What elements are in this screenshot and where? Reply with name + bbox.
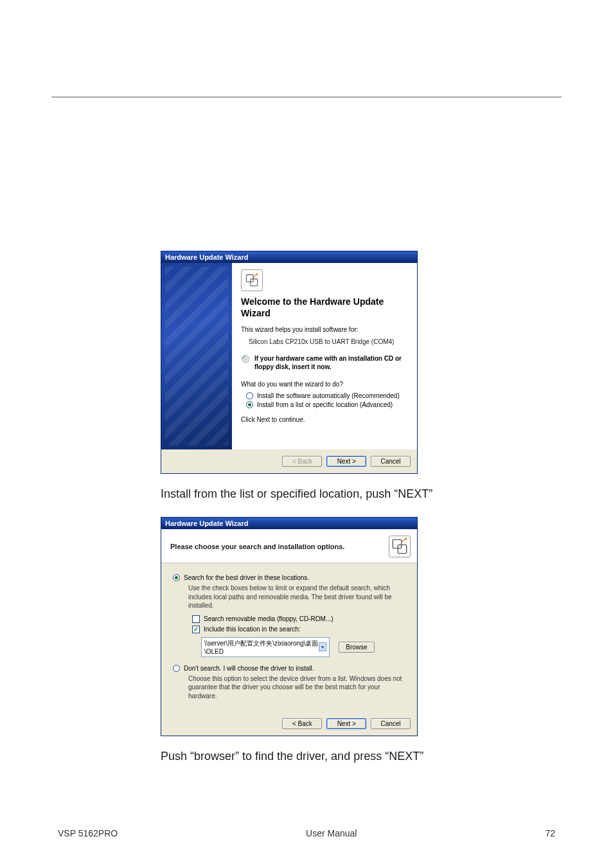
footer-doc-title: User Manual — [306, 828, 357, 838]
page-footer: VSP 5162PRO User Manual 72 — [0, 828, 613, 838]
wizard-question: What do you want the wizard to do? — [241, 380, 408, 389]
browse-button[interactable]: Browse — [339, 642, 375, 653]
continue-hint: Click Next to continue. — [241, 416, 408, 423]
wizard-heading: Welcome to the Hardware Update Wizard — [241, 296, 408, 319]
checkbox-label: Include this location in the search: — [204, 626, 301, 633]
search-description: Use the check boxes below to limit or ex… — [188, 584, 405, 610]
checkbox-icon — [192, 626, 200, 633]
wizard-side-graphic — [161, 263, 232, 449]
next-button[interactable]: Next > — [326, 456, 366, 467]
chevron-down-icon: ▾ — [319, 642, 326, 651]
wizard-welcome-window: Hardware Update Wizard Welcome to the Ha… — [161, 251, 418, 474]
radio-search-best[interactable]: Search for the best driver in these loca… — [173, 574, 405, 581]
dont-search-description: Choose this option to select the device … — [188, 674, 405, 701]
cd-hint-text: If your hardware came with an installati… — [254, 354, 408, 371]
combo-value: \\server\用户配置文件夹\zixiaorong\桌面\OLED — [204, 639, 319, 655]
radio-icon — [173, 574, 180, 581]
footer-product: VSP 5162PRO — [58, 828, 118, 838]
radio-install-auto[interactable]: Install the software automatically (Reco… — [246, 392, 408, 399]
radio-icon — [173, 665, 180, 672]
device-name: Silicon Labs CP210x USB to UART Bridge (… — [249, 338, 408, 345]
radio-label: Install the software automatically (Reco… — [257, 392, 400, 399]
window-title: Hardware Update Wizard — [161, 518, 417, 529]
back-button[interactable]: < Back — [282, 718, 322, 729]
cd-icon — [241, 354, 251, 368]
cancel-button[interactable]: Cancel — [371, 456, 411, 467]
hardware-icon — [241, 269, 263, 291]
checkbox-removable-media[interactable]: Search removable media (floppy, CD-ROM..… — [192, 615, 405, 623]
radio-install-from-list[interactable]: Install from a list or specific location… — [246, 401, 408, 408]
checkbox-label: Search removable media (floppy, CD-ROM..… — [204, 615, 333, 622]
svg-rect-5 — [398, 545, 406, 553]
cancel-button[interactable]: Cancel — [371, 718, 411, 729]
checkbox-include-location[interactable]: Include this location in the search: — [192, 626, 405, 633]
svg-rect-0 — [246, 275, 253, 282]
checkbox-icon — [192, 615, 200, 623]
radio-icon — [246, 401, 253, 408]
wizard-step-heading: Please choose your search and installati… — [170, 543, 344, 550]
hardware-icon — [389, 536, 411, 557]
wizard-search-options-window: Hardware Update Wizard Please choose you… — [161, 517, 418, 736]
svg-rect-4 — [393, 539, 401, 548]
svg-point-3 — [245, 357, 247, 359]
footer-page-number: 72 — [545, 828, 555, 838]
instruction-text-2: Push “browser” to find the driver, and p… — [161, 748, 559, 765]
radio-dont-search[interactable]: Don't search. I will choose the driver t… — [173, 665, 405, 672]
instruction-text-1: Install from the list or specified locat… — [161, 485, 559, 503]
wizard-intro-text: This wizard helps you install software f… — [241, 325, 408, 334]
radio-label: Install from a list or specific location… — [257, 401, 393, 408]
radio-icon — [246, 392, 253, 399]
location-path-combo[interactable]: \\server\用户配置文件夹\zixiaorong\桌面\OLED ▾ — [201, 637, 330, 657]
header-divider — [51, 96, 562, 98]
back-button: < Back — [282, 456, 322, 467]
radio-label: Don't search. I will choose the driver t… — [184, 665, 314, 672]
radio-label: Search for the best driver in these loca… — [184, 574, 309, 581]
next-button[interactable]: Next > — [326, 718, 366, 729]
svg-rect-1 — [251, 279, 258, 286]
window-title: Hardware Update Wizard — [161, 251, 417, 263]
